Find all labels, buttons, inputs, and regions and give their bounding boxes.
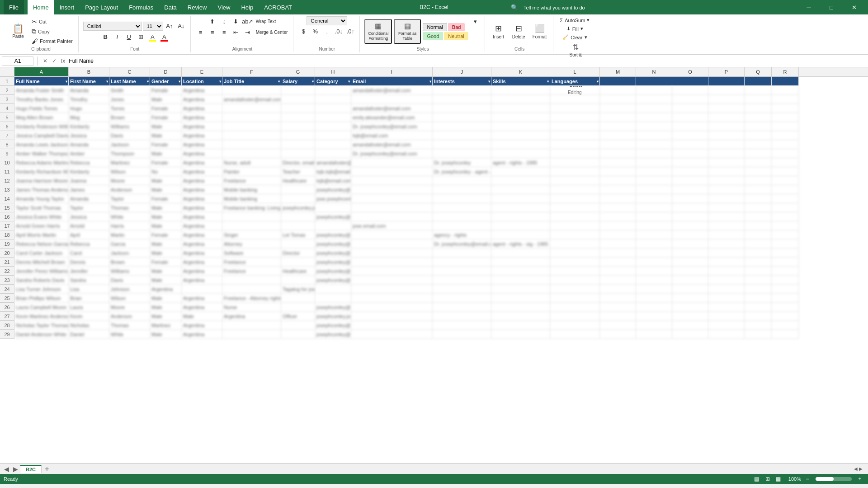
table-cell[interactable] <box>315 140 351 149</box>
table-cell[interactable]: Argentina <box>182 221 222 230</box>
table-cell[interactable] <box>636 176 672 185</box>
table-cell[interactable]: Argentina <box>182 185 222 194</box>
table-cell[interactable] <box>600 185 636 194</box>
table-cell[interactable] <box>772 258 799 267</box>
clear-button[interactable]: 🧹 Clear ▾ <box>561 33 589 41</box>
bold-button[interactable]: B <box>100 32 111 42</box>
header-cell-col-a[interactable]: Full Name▾ <box>14 77 69 86</box>
table-cell[interactable] <box>708 321 745 330</box>
table-cell[interactable] <box>600 221 636 230</box>
table-cell[interactable] <box>550 140 600 149</box>
table-cell[interactable] <box>672 140 708 149</box>
col-header-j[interactable]: J <box>433 67 491 76</box>
col-header-c[interactable]: C <box>109 67 150 76</box>
table-cell[interactable]: Sandra <box>69 276 109 285</box>
table-cell[interactable] <box>491 258 550 267</box>
col-header-m[interactable]: M <box>600 67 636 76</box>
table-cell[interactable] <box>745 167 772 176</box>
table-cell[interactable] <box>281 239 315 249</box>
orientation-button[interactable]: ab↗ <box>242 16 253 26</box>
table-cell[interactable]: Amanda <box>69 140 109 149</box>
align-right-button[interactable]: ≡ <box>219 27 230 37</box>
font-size-select[interactable]: 11 <box>143 22 163 31</box>
table-cell[interactable]: Male <box>182 312 222 321</box>
row-number-15[interactable]: 15 <box>0 203 14 212</box>
table-cell[interactable] <box>315 149 351 158</box>
table-cell[interactable] <box>708 239 745 249</box>
table-cell[interactable] <box>550 330 600 339</box>
table-cell[interactable] <box>491 303 550 312</box>
table-cell[interactable]: Argentina <box>182 267 222 276</box>
table-cell[interactable] <box>491 249 550 258</box>
table-cell[interactable] <box>672 267 708 276</box>
table-cell[interactable] <box>550 176 600 185</box>
table-cell[interactable] <box>281 140 315 149</box>
table-cell[interactable] <box>600 276 636 285</box>
col-header-e[interactable]: E <box>182 67 222 76</box>
table-cell[interactable] <box>550 149 600 158</box>
table-cell[interactable] <box>772 285 799 294</box>
table-cell[interactable] <box>745 221 772 230</box>
table-cell[interactable] <box>491 267 550 276</box>
table-cell[interactable]: Brown <box>109 113 150 122</box>
table-cell[interactable] <box>600 294 636 303</box>
col-header-f[interactable]: F <box>222 67 281 76</box>
table-cell[interactable] <box>745 140 772 149</box>
table-cell[interactable] <box>491 122 550 131</box>
table-cell[interactable] <box>550 303 600 312</box>
increase-decimal-button[interactable]: .0↑ <box>345 26 356 36</box>
table-cell[interactable]: Hugo <box>69 104 109 113</box>
table-cell[interactable] <box>600 312 636 321</box>
table-cell[interactable] <box>600 239 636 249</box>
table-cell[interactable]: Male <box>150 267 182 276</box>
comma-button[interactable]: , <box>321 26 332 36</box>
table-cell[interactable]: Amanda Foster Smith <box>14 86 69 95</box>
row-number-4[interactable]: 4 <box>0 104 14 113</box>
page-layout-tab[interactable]: Page Layout <box>80 0 123 14</box>
scroll-tabs-left-button[interactable]: ◀ <box>2 465 11 474</box>
table-cell[interactable]: Singer <box>222 230 281 239</box>
table-cell[interactable] <box>351 249 433 258</box>
table-cell[interactable] <box>222 212 281 221</box>
table-cell[interactable]: Brown <box>109 258 150 267</box>
cell-reference-input[interactable] <box>2 56 33 66</box>
table-cell[interactable]: Timothy Banks Jones <box>14 95 69 104</box>
table-cell[interactable] <box>636 212 672 221</box>
table-cell[interactable]: Davis <box>109 131 150 140</box>
table-cell[interactable]: Williams <box>109 122 150 131</box>
table-cell[interactable]: Jessica Campbell Davis <box>14 131 69 140</box>
table-cell[interactable]: Dennis <box>69 258 109 267</box>
table-cell[interactable] <box>491 221 550 230</box>
table-cell[interactable] <box>772 185 799 194</box>
table-cell[interactable]: Male <box>150 239 182 249</box>
home-tab[interactable]: Home <box>28 0 54 14</box>
row-number-9[interactable]: 9 <box>0 149 14 158</box>
table-cell[interactable] <box>600 104 636 113</box>
insert-button[interactable]: ⊞ Insert <box>490 22 508 41</box>
table-cell[interactable] <box>708 330 745 339</box>
table-cell[interactable] <box>315 131 351 140</box>
table-cell[interactable] <box>433 212 491 221</box>
format-button[interactable]: ⬜ Format <box>530 22 550 41</box>
table-cell[interactable] <box>433 258 491 267</box>
table-cell[interactable]: Nurse, adult <box>222 158 281 167</box>
formula-input[interactable] <box>69 58 866 64</box>
table-cell[interactable]: agent - rights - sig - 1985 - e <box>491 239 550 249</box>
table-cell[interactable] <box>745 203 772 212</box>
table-cell[interactable] <box>600 194 636 203</box>
styles-expand-button[interactable]: ▾ <box>470 16 481 26</box>
table-cell[interactable] <box>550 230 600 239</box>
table-cell[interactable]: Male <box>150 149 182 158</box>
table-cell[interactable] <box>672 113 708 122</box>
table-cell[interactable]: Taylor Scott Thomas <box>14 203 69 212</box>
table-cell[interactable] <box>672 158 708 167</box>
insert-tab[interactable]: Insert <box>54 0 80 14</box>
table-cell[interactable] <box>708 230 745 239</box>
table-cell[interactable] <box>550 321 600 330</box>
table-cell[interactable]: Male <box>150 276 182 285</box>
header-cell-col-l[interactable]: Languages▾ <box>550 77 600 86</box>
table-cell[interactable]: Male <box>150 221 182 230</box>
table-cell[interactable] <box>550 194 600 203</box>
table-cell[interactable]: Jones <box>109 95 150 104</box>
table-cell[interactable] <box>491 167 550 176</box>
